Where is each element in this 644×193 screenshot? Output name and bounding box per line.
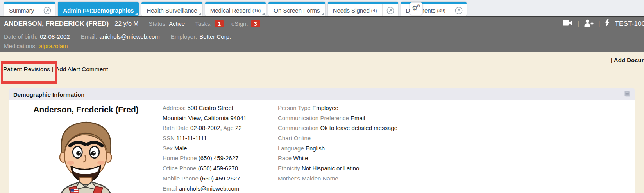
alert-links-row: Patient Revisions|Add Alert Comment — [3, 66, 108, 73]
patient-email-value: anichols@mieweb.com — [179, 185, 239, 192]
comm-pref-label: Communication Preference — [278, 115, 349, 121]
email-label: Email: — [81, 33, 97, 40]
tab-health-surveillance-label: Health Surveillance — [141, 4, 202, 16]
age-label: Age — [223, 124, 234, 131]
add-alert-comment-link[interactable]: Add Alert Comment — [55, 66, 108, 72]
office-phone-label: Office Phone — [163, 165, 196, 171]
tab-medical-record[interactable]: Medical Record(16) — [205, 2, 266, 16]
birth-date-label: Birth Date — [163, 124, 189, 131]
sex-label: Sex — [163, 145, 173, 152]
communication-value: Ok to leave detailed message — [320, 124, 397, 131]
dob-label: Date of birth: — [4, 33, 38, 40]
panel-title: Demographic Information — [13, 91, 85, 98]
patient-avatar — [9, 117, 163, 193]
tab-on-screen-forms-label: On Screen Forms — [268, 4, 325, 16]
home-phone-label: Home Phone — [163, 155, 197, 161]
tab-admin-label: Admin — [63, 7, 81, 14]
comm-pref-value: Email — [351, 115, 365, 121]
tasks-count-badge[interactable]: 1 — [215, 20, 224, 27]
address-label: Address: — [163, 105, 186, 111]
demographics-panel-body: Anderson, Frederick (Fred) — [9, 100, 635, 193]
medications-value[interactable]: alprazolam — [39, 43, 68, 49]
needs-signed-popout-icon[interactable] — [382, 4, 398, 16]
content-background: | Add Document Patient Revisions|Add Ale… — [0, 52, 644, 193]
address-line2: Mountain View, California 94041 — [163, 115, 247, 121]
add-person-icon[interactable] — [584, 19, 594, 28]
tab-on-screen-forms[interactable]: On Screen Forms — [268, 2, 325, 16]
tab-needs-signed[interactable]: Needs Signed(4) — [328, 2, 398, 16]
lightning-bolt-icon[interactable] — [605, 19, 610, 29]
email-value: anichols@mieweb.com — [99, 33, 159, 40]
address-line1: 500 Castro Street — [187, 105, 233, 111]
age-value: 22 — [235, 124, 242, 131]
add-document-link[interactable]: Add Document — [614, 57, 644, 63]
employer-value: Better Corp. — [199, 33, 231, 40]
ethnicity-value: Not Hispanic or Latino — [302, 165, 360, 171]
video-camera-icon[interactable] — [563, 20, 573, 28]
tab-summary[interactable]: Summary — [4, 2, 55, 16]
ssn-label: SSN — [163, 135, 175, 141]
journal-book-icon[interactable] — [624, 90, 631, 99]
settings-gears-icon[interactable]: ⚙ ⚙ — [410, 2, 423, 15]
patient-info-bar: Date of birth: 02-08-2002 Email: anichol… — [0, 30, 644, 52]
medications-label: Medications: — [4, 43, 37, 49]
tab-medical-record-label: Medical Record — [210, 7, 251, 14]
birth-date-value: 02-08-2002, — [190, 124, 222, 131]
tab-medical-dropdown-corner — [262, 13, 265, 15]
employer-label: Employer: — [171, 33, 197, 40]
chart-id: TEST-10025 — [615, 20, 644, 28]
summary-popout-icon[interactable] — [39, 4, 55, 16]
tab-admin-dropdown-corner — [135, 13, 138, 15]
tab-health-surveillance[interactable]: Health Surveillance — [141, 2, 202, 16]
tab-documents-count: (39) — [437, 8, 445, 13]
tab-forms-dropdown-corner — [321, 13, 324, 15]
esign-label: eSign: — [231, 20, 248, 27]
communication-label: Communication — [278, 124, 318, 131]
status-label: Status: — [149, 20, 167, 27]
tab-needs-signed-count: (4) — [371, 8, 377, 13]
patient-email-label: Email — [163, 185, 177, 192]
ssn-value: 111-11-1111 — [176, 135, 207, 141]
person-type-value: Employee — [312, 105, 338, 111]
tab-needs-signed-label: Needs Signed — [333, 7, 370, 14]
tab-summary-label: Summary — [4, 4, 39, 16]
documents-popout-icon[interactable] — [451, 4, 467, 16]
race-label: Race — [278, 155, 292, 161]
dob-value: 02-08-2002 — [40, 33, 70, 40]
home-phone-link[interactable]: (650) 459-2627 — [199, 155, 239, 161]
patient-revisions-link[interactable]: Patient Revisions — [3, 66, 50, 72]
person-type-label: Person Type — [278, 105, 311, 111]
tasks-label: Tasks: — [195, 20, 212, 27]
ethnicity-label: Ethnicity — [278, 165, 300, 171]
status-value: Active — [169, 20, 185, 27]
demographics-column-2: Person Type Employee Communication Prefe… — [278, 100, 397, 193]
add-document-link-row: | Add Document — [611, 57, 644, 63]
race-value: White — [293, 155, 308, 161]
demographics-panel-header: Demographic Information — [9, 88, 635, 100]
demographics-column-1: Address: 500 Castro Street Mountain View… — [163, 100, 278, 193]
demographics-panel: Demographic Information Anderson, Freder… — [9, 88, 635, 193]
sex-value: Male — [174, 145, 187, 152]
top-tab-bar: Summary Admin(19):Demographics Health Su… — [0, 0, 644, 16]
patient-name: ANDERSON, FREDERICK (FRED) — [4, 20, 109, 28]
chart-online-label: Chart Online — [278, 135, 311, 141]
mobile-phone-link[interactable]: (650) 459-2627 — [200, 175, 240, 182]
tab-list: Summary Admin(19):Demographics Health Su… — [4, 2, 467, 16]
tab-medical-record-count: (16) — [252, 8, 261, 13]
language-value: English — [306, 145, 325, 152]
tab-admin-count: (19) — [83, 8, 91, 13]
esign-count-badge[interactable]: 3 — [251, 20, 260, 27]
tab-health-dropdown-corner — [199, 13, 201, 15]
tab-admin-demographics[interactable]: Admin(19):Demographics — [58, 2, 139, 16]
mothers-maiden-name-label: Mother's Maiden Name — [278, 175, 338, 182]
patient-header-bar: ANDERSON, FREDERICK (FRED) 22 y/o M Stat… — [0, 16, 644, 30]
patient-display-name: Anderson, Frederick (Fred) — [9, 105, 163, 114]
language-label: Language — [278, 145, 304, 152]
patient-age-sex: 22 y/o M — [114, 20, 138, 27]
tab-admin-suffix: :Demographics — [91, 7, 134, 14]
mobile-phone-label: Mobile Phone — [163, 175, 199, 182]
office-phone-link[interactable]: (650) 459-6270 — [198, 165, 238, 171]
